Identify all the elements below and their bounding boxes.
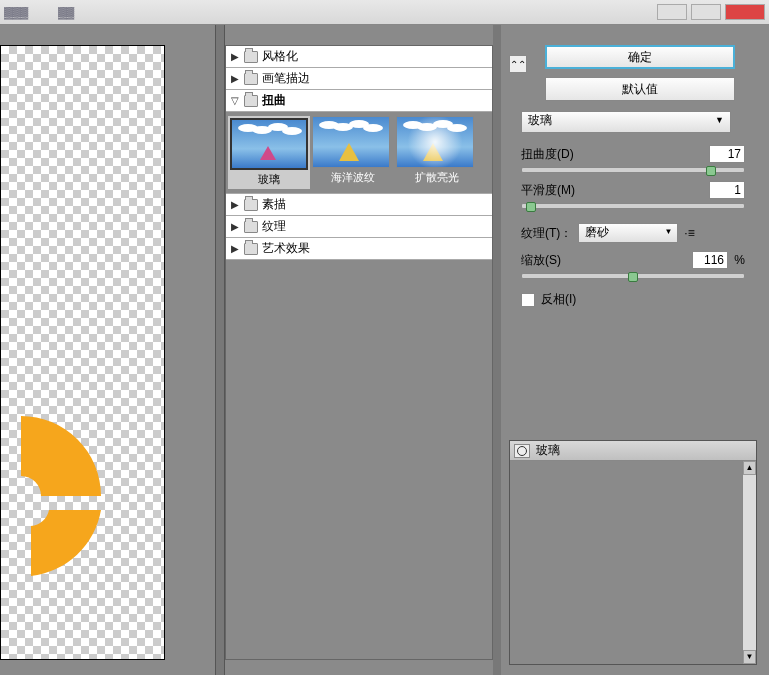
category-stylize[interactable]: ▶ 风格化 — [226, 46, 492, 68]
category-artistic[interactable]: ▶ 艺术效果 — [226, 238, 492, 260]
effect-layers-panel: 玻璃 ▲ ▼ — [509, 440, 757, 665]
param-scaling: 缩放(S) % — [521, 251, 745, 279]
visibility-eye-icon[interactable] — [514, 444, 530, 458]
folder-icon — [244, 199, 258, 211]
invert-row: 反相(I) — [521, 291, 745, 308]
filter-ocean-ripple[interactable]: 海洋波纹 — [312, 116, 394, 189]
smoothness-label: 平滑度(M) — [521, 182, 575, 199]
effect-layer-label: 玻璃 — [536, 442, 560, 459]
defaults-button[interactable]: 默认值 — [545, 77, 735, 101]
category-label: 风格化 — [262, 48, 298, 65]
canvas[interactable] — [0, 45, 165, 660]
maximize-button[interactable] — [691, 4, 721, 20]
scrollbar[interactable]: ▲ ▼ — [742, 461, 756, 664]
current-filter-value: 玻璃 — [528, 113, 552, 127]
folder-icon — [244, 95, 258, 107]
scaling-slider[interactable] — [521, 273, 745, 279]
folder-icon — [244, 243, 258, 255]
distortion-label: 扭曲度(D) — [521, 146, 574, 163]
artwork-shape — [0, 416, 101, 576]
category-label: 纹理 — [262, 218, 286, 235]
slider-thumb[interactable] — [706, 166, 716, 176]
category-distort[interactable]: ▽ 扭曲 — [226, 90, 492, 112]
folder-icon — [244, 51, 258, 63]
category-texture[interactable]: ▶ 纹理 — [226, 216, 492, 238]
scaling-unit: % — [734, 253, 745, 267]
filter-gallery-pane: ▶ 风格化 ▶ 画笔描边 ▽ 扭曲 玻璃 海 — [225, 25, 493, 675]
scroll-up-button[interactable]: ▲ — [743, 461, 756, 475]
minimize-button[interactable] — [657, 4, 687, 20]
triangle-right-icon: ▶ — [230, 73, 240, 84]
category-sketch[interactable]: ▶ 素描 — [226, 194, 492, 216]
filter-thumbnails: 玻璃 海洋波纹 扩散亮光 — [226, 112, 492, 194]
triangle-right-icon: ▶ — [230, 221, 240, 232]
category-brushstrokes[interactable]: ▶ 画笔描边 — [226, 68, 492, 90]
canvas-pane — [0, 25, 215, 675]
scaling-label: 缩放(S) — [521, 252, 561, 269]
smoothness-slider[interactable] — [521, 203, 745, 209]
effect-layers-empty — [510, 461, 742, 664]
category-label: 扭曲 — [262, 92, 286, 109]
folder-icon — [244, 221, 258, 233]
slider-thumb[interactable] — [628, 272, 638, 282]
texture-label: 纹理(T)： — [521, 225, 572, 242]
ok-button[interactable]: 确定 — [545, 45, 735, 69]
effect-layer-row[interactable]: 玻璃 — [510, 441, 756, 461]
close-button[interactable] — [725, 4, 765, 20]
triangle-right-icon: ▶ — [230, 199, 240, 210]
param-distortion: 扭曲度(D) — [521, 145, 745, 173]
filter-glass[interactable]: 玻璃 — [228, 116, 310, 189]
filter-diffuse-glow[interactable]: 扩散亮光 — [396, 116, 478, 189]
invert-checkbox[interactable] — [521, 293, 535, 307]
scroll-down-button[interactable]: ▼ — [743, 650, 756, 664]
texture-value: 磨砂 — [585, 225, 609, 239]
title-blur: ▓▓▓ — [4, 6, 28, 18]
triangle-right-icon: ▶ — [230, 243, 240, 254]
current-filter-select[interactable]: 玻璃 — [521, 111, 731, 133]
divider[interactable] — [215, 25, 225, 675]
category-label: 素描 — [262, 196, 286, 213]
invert-label: 反相(I) — [541, 291, 576, 308]
smoothness-input[interactable] — [709, 181, 745, 199]
texture-row: 纹理(T)： 磨砂 ·≡ — [521, 223, 745, 243]
category-label: 画笔描边 — [262, 70, 310, 87]
titlebar: ▓▓▓ ▓▓ — [0, 0, 769, 25]
texture-menu-icon[interactable]: ·≡ — [684, 226, 698, 240]
folder-icon — [244, 73, 258, 85]
settings-pane: ⌃⌃ 确定 默认值 玻璃 扭曲度(D) 平滑度(M) 纹理(T)： — [501, 25, 769, 675]
expand-collapse-button[interactable]: ⌃⌃ — [509, 55, 527, 73]
filter-list-empty — [226, 260, 492, 659]
gutter — [493, 25, 501, 675]
slider-thumb[interactable] — [526, 202, 536, 212]
scaling-input[interactable] — [692, 251, 728, 269]
category-label: 艺术效果 — [262, 240, 310, 257]
distortion-input[interactable] — [709, 145, 745, 163]
distortion-slider[interactable] — [521, 167, 745, 173]
triangle-right-icon: ▶ — [230, 51, 240, 62]
param-smoothness: 平滑度(M) — [521, 181, 745, 209]
triangle-down-icon: ▽ — [230, 95, 240, 106]
texture-select[interactable]: 磨砂 — [578, 223, 678, 243]
